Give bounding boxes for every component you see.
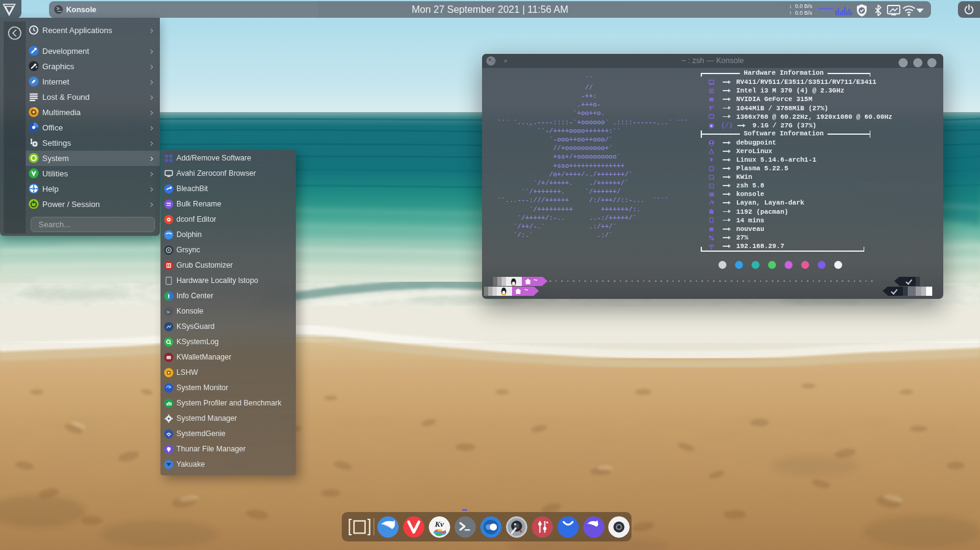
svg-text:Kv: Kv [434,519,444,529]
svg-text:>: > [167,309,170,315]
